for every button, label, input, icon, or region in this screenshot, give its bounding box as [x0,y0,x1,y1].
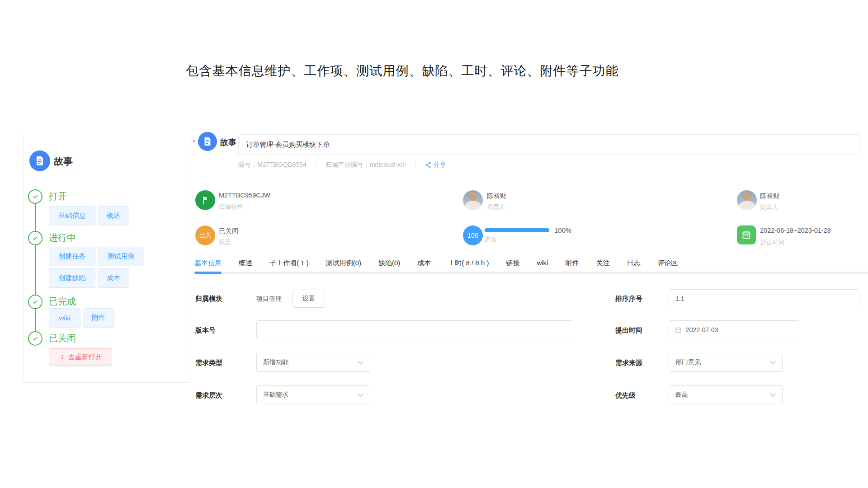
reopen-button[interactable]: 去重新打开 [49,348,112,366]
owner-label: 负责人 [487,203,505,211]
active-tab-underline [194,272,222,274]
feature-code: M2TTBC959CJW [219,192,270,199]
progress-badge: 100 [463,225,483,245]
module-value: 项目管理 [256,295,282,303]
action-overview-button[interactable]: 概述 [98,206,129,225]
tab-overview[interactable]: 概述 [239,259,252,267]
req-source-value: 部门意见 [675,358,701,366]
tab-cost[interactable]: 成本 [417,259,431,267]
workflow-state-open: 打开 [49,190,67,202]
version-input[interactable] [256,320,573,339]
tab-test-cases[interactable]: 测试用例(0) [326,259,361,267]
priority-label: 优先级 [615,391,636,400]
action-create-defect-button[interactable]: 创建缺陷 [49,268,95,288]
status-value: 已关闭 [219,227,239,235]
tab-attachments[interactable]: 附件 [565,259,579,267]
settings-button[interactable]: 设置 [292,290,325,308]
progress-bar [485,228,549,232]
workflow-state-closed: 已关闭 [49,332,76,344]
req-level-select[interactable]: 基础需求 [256,385,370,404]
chevron-down-icon [358,393,363,397]
req-source-label: 需求来源 [615,359,642,367]
req-type-select[interactable]: 新增功能 [256,353,370,372]
tab-logs[interactable]: 日志 [627,259,640,267]
sort-label: 排序序号 [615,295,642,303]
action-wiki-button[interactable]: wiki [49,308,80,328]
req-type-label: 需求类型 [195,359,222,367]
propose-date-field[interactable]: 2022-07-03 [669,320,799,339]
progress-percent: 100% [554,226,571,234]
share-button[interactable]: 分享 [425,161,446,169]
tab-follow[interactable]: 关注 [596,259,609,267]
chevron-down-icon [770,361,776,365]
story-meta-row: 编号：M2TTBGQD8554 ｜ 归属产品编号：mmcloud-xm ｜ 分享 [238,161,446,169]
proposer-avatar [737,190,757,210]
tab-defects[interactable]: 缺陷(0) [378,259,400,267]
workflow-state-in-progress: 进行中 [49,232,76,244]
feature-label: 归属特性 [219,203,243,211]
tabs-divider [194,272,868,274]
check-circle-icon [28,331,42,346]
document-icon [34,155,45,166]
date-range-calendar-icon [737,225,756,244]
tab-comments[interactable]: 评论区 [657,259,678,267]
date-range-value: 2022-06-18~2023-01-28 [760,227,831,234]
req-level-label: 需求层次 [195,391,222,400]
status-label: 状态 [219,238,231,246]
proposer-label: 提出人 [760,203,778,211]
req-type-value: 新增功能 [263,358,288,366]
propose-date-value: 2022-07-03 [686,326,718,333]
priority-value: 最高 [675,391,688,399]
product-code: 归属产品编号：mmcloud-xm [326,161,406,169]
document-icon [203,136,212,146]
action-test-case-button[interactable]: 测试用例 [98,247,144,266]
action-attachment-button[interactable]: 附件 [83,308,114,328]
chevron-down-icon [770,393,776,397]
check-circle-icon [28,231,42,245]
propose-time-label: 提出时间 [615,326,642,335]
module-label: 归属模块 [195,295,222,303]
proposer-name: 陈裕财 [760,192,780,200]
tab-basic-info[interactable]: 基本信息 [194,259,222,267]
req-level-value: 基础需求 [263,391,288,399]
version-label: 版本号 [195,326,216,335]
action-create-task-button[interactable]: 创建任务 [49,247,95,266]
check-circle-icon [28,189,42,204]
reopen-button-label: 去重新打开 [68,353,102,361]
date-range-label: 起止时间 [760,239,784,247]
story-type-icon [29,150,50,171]
story-icon [198,132,217,151]
priority-select[interactable]: 最高 [669,385,783,404]
story-title-input[interactable] [238,134,859,155]
workflow-card: 故事 打开 基础信息 概述 进行中 创建任务 测试用例 创建缺陷 成本 已完成 … [24,134,190,383]
status-badge: 已关 [195,225,215,245]
req-source-select[interactable]: 部门意见 [669,353,783,372]
sort-input[interactable] [669,289,859,308]
tab-hours[interactable]: 工时( 8 / 8 h ) [448,259,489,267]
owner-avatar [463,190,483,210]
share-icon [425,162,431,168]
page-title: 包含基本信息维护、工作项、测试用例、缺陷、工时、评论、附件等子功能 [0,62,805,80]
required-asterisk: * [193,138,196,147]
tab-links[interactable]: 链接 [506,259,519,267]
feature-flag-icon [195,190,215,210]
story-type-label: 故事 [220,137,236,148]
action-cost-button[interactable]: 成本 [98,268,129,288]
workflow-state-completed: 已完成 [49,296,76,308]
calendar-icon [675,326,682,333]
tab-wiki[interactable]: wiki [537,259,548,267]
sort-arrows-icon [59,354,66,360]
detail-tabs: 基本信息 概述 子工作项( 1 ) 测试用例(0) 缺陷(0) 成本 工时( 8… [194,259,678,267]
page: 包含基本信息维护、工作项、测试用例、缺陷、工时、评论、附件等子功能 故事 打开 … [0,0,868,488]
check-circle-icon [28,295,42,309]
owner-name: 陈裕财 [487,192,507,200]
tab-subitems[interactable]: 子工作项( 1 ) [269,259,309,267]
progress-label: 进度 [485,235,497,244]
share-label: 分享 [434,161,446,169]
workflow-connector-line [35,197,36,338]
action-basic-info-button[interactable]: 基础信息 [49,206,95,225]
story-type-label: 故事 [54,155,73,168]
story-code: 编号：M2TTBGQD8554 [238,161,307,169]
chevron-down-icon [358,361,363,365]
